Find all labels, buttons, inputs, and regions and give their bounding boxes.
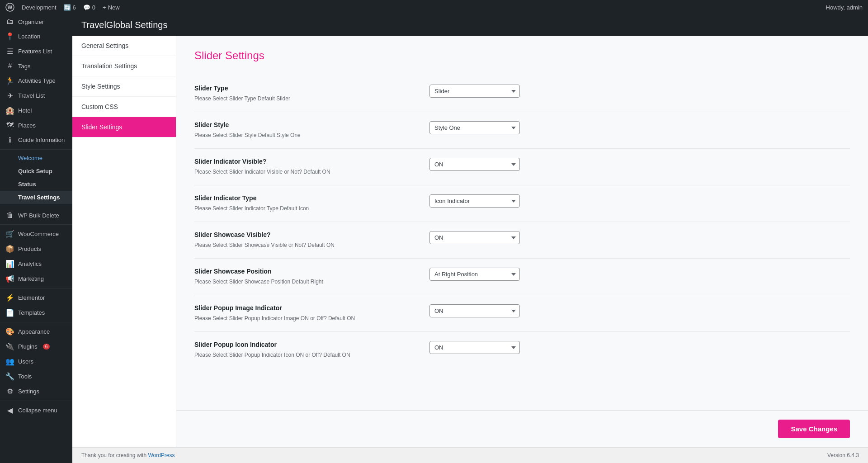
- sidebar-item-wp-bulk-delete[interactable]: 🗑 WP Bulk Delete: [0, 208, 72, 222]
- settings-wrapper: General Settings Translation Settings St…: [72, 36, 868, 447]
- appearance-icon: 🎨: [5, 327, 14, 336]
- slider-style-row: Slider Style Please Select Slider Style …: [194, 112, 850, 149]
- slider-indicator-visible-select[interactable]: ON OFF: [429, 158, 520, 171]
- sidebar-item-guide-information[interactable]: ℹ Guide Information: [0, 132, 72, 147]
- sidebar-divider-2: [0, 206, 72, 206]
- elementor-icon: ⚡: [5, 293, 14, 302]
- settings-content-wrapper: Slider Settings Slider Type Please Selec…: [176, 36, 868, 447]
- sidebar-item-welcome[interactable]: Welcome: [0, 151, 72, 165]
- slider-popup-image-desc: Please Select Slider Popup Indicator Ima…: [194, 314, 420, 322]
- wordpress-link[interactable]: WordPress: [148, 452, 175, 458]
- nav-slider-settings[interactable]: Slider Settings: [72, 117, 176, 137]
- nav-style-settings[interactable]: Style Settings: [72, 76, 176, 97]
- organizer-icon: 🗂: [5, 18, 14, 26]
- sidebar-divider-3: [0, 224, 72, 225]
- users-icon: 👥: [5, 357, 14, 366]
- slider-type-select[interactable]: Slider Revolution Slider Layer Slider: [429, 85, 520, 98]
- slider-indicator-type-control[interactable]: Icon Indicator Dot Indicator Number Indi…: [429, 194, 520, 208]
- slider-showcase-position-select[interactable]: At Right Position At Left Position At Bo…: [429, 268, 520, 281]
- sidebar-item-settings[interactable]: ⚙ Settings: [0, 384, 72, 399]
- save-bar: Save Changes: [176, 410, 868, 447]
- sidebar-item-hotel[interactable]: 🏨 Hotel: [0, 103, 72, 118]
- sidebar-item-activities-type[interactable]: 🏃 Activities Type: [0, 73, 72, 88]
- slider-indicator-type-info: Slider Indicator Type Please Select Slid…: [194, 194, 420, 213]
- sidebar-item-places[interactable]: 🗺 Places: [0, 118, 72, 132]
- slider-popup-image-select[interactable]: ON OFF: [429, 304, 520, 317]
- slider-popup-icon-control[interactable]: ON OFF: [429, 341, 520, 354]
- sidebar-item-quick-setup[interactable]: Quick Setup: [0, 165, 72, 178]
- sidebar-item-tags[interactable]: # Tags: [0, 59, 72, 73]
- slider-indicator-visible-control[interactable]: ON OFF: [429, 158, 520, 171]
- tags-icon: #: [5, 62, 14, 70]
- settings-icon: ⚙: [5, 387, 14, 396]
- slider-type-desc: Please Select Slider Type Default Slider: [194, 94, 420, 103]
- sidebar-item-products[interactable]: 📦 Products: [0, 241, 72, 256]
- sidebar-divider-5: [0, 322, 72, 322]
- slider-popup-icon-select[interactable]: ON OFF: [429, 341, 520, 354]
- sidebar-item-elementor[interactable]: ⚡ Elementor: [0, 290, 72, 305]
- templates-icon: 📄: [5, 308, 14, 317]
- comments-link[interactable]: 💬 0: [83, 4, 95, 11]
- sidebar-item-location[interactable]: 📍 Location: [0, 29, 72, 44]
- new-content-link[interactable]: + New: [103, 4, 120, 11]
- slider-indicator-visible-desc: Please Select Slider Indicator Visible o…: [194, 168, 420, 176]
- admin-bar: W Development 🔄 6 💬 0 + New Howdy, admin: [0, 0, 868, 14]
- slider-showcase-visible-control[interactable]: ON OFF: [429, 231, 520, 244]
- sidebar-item-marketing[interactable]: 📢 Marketing: [0, 271, 72, 286]
- sidebar-item-travel-list[interactable]: ✈ Travel List: [0, 88, 72, 103]
- hotel-icon: 🏨: [5, 106, 14, 115]
- features-list-icon: ☰: [5, 47, 14, 56]
- slider-type-control[interactable]: Slider Revolution Slider Layer Slider: [429, 85, 520, 98]
- svg-text:W: W: [8, 5, 13, 10]
- nav-custom-css[interactable]: Custom CSS: [72, 97, 176, 117]
- slider-showcase-position-row: Slider Showcase Position Please Select S…: [194, 259, 850, 295]
- slider-style-label: Slider Style: [194, 121, 420, 128]
- slider-type-label: Slider Type: [194, 85, 420, 92]
- slider-indicator-type-select[interactable]: Icon Indicator Dot Indicator Number Indi…: [429, 194, 520, 208]
- slider-style-info: Slider Style Please Select Slider Style …: [194, 121, 420, 139]
- guide-icon: ℹ: [5, 136, 14, 144]
- slider-indicator-visible-info: Slider Indicator Visible? Please Select …: [194, 158, 420, 176]
- bulk-delete-icon: 🗑: [5, 211, 14, 219]
- sidebar-item-tools[interactable]: 🔧 Tools: [0, 369, 72, 384]
- sidebar: 🗂 Organizer 📍 Location ☰ Features List #…: [0, 14, 72, 463]
- slider-style-select[interactable]: Style One Style Two Style Three: [429, 121, 520, 134]
- howdy-user[interactable]: Howdy, admin: [826, 4, 863, 11]
- save-changes-button[interactable]: Save Changes: [778, 420, 850, 438]
- activities-icon: 🏃: [5, 76, 14, 85]
- updates-link[interactable]: 🔄 6: [64, 4, 76, 11]
- slider-popup-image-control[interactable]: ON OFF: [429, 304, 520, 317]
- slider-showcase-visible-label: Slider Showcase Visible?: [194, 231, 420, 238]
- nav-translation-settings[interactable]: Translation Settings: [72, 56, 176, 76]
- footer-text: Thank you for creating with WordPress: [81, 452, 175, 458]
- settings-nav: General Settings Translation Settings St…: [72, 36, 176, 447]
- sidebar-item-collapse-menu[interactable]: ◀ Collapse menu: [0, 403, 72, 418]
- main-content: TravelGlobal Settings General Settings T…: [72, 14, 868, 463]
- slider-indicator-type-desc: Please Select Slider Indicator Type Defa…: [194, 204, 420, 213]
- sidebar-item-travel-settings[interactable]: Travel Settings: [0, 191, 72, 204]
- sidebar-item-analytics[interactable]: 📊 Analytics: [0, 256, 72, 271]
- slider-showcase-position-control[interactable]: At Right Position At Left Position At Bo…: [429, 268, 520, 281]
- location-icon: 📍: [5, 32, 14, 41]
- section-title: Slider Settings: [194, 49, 850, 62]
- sidebar-item-woocommerce[interactable]: 🛒 WooCommerce: [0, 227, 72, 241]
- nav-general-settings[interactable]: General Settings: [72, 36, 176, 56]
- sidebar-item-features-list[interactable]: ☰ Features List: [0, 44, 72, 59]
- slider-showcase-visible-select[interactable]: ON OFF: [429, 231, 520, 244]
- slider-style-control[interactable]: Style One Style Two Style Three: [429, 121, 520, 134]
- site-name-link[interactable]: Development: [22, 4, 57, 11]
- page-title: TravelGlobal Settings: [81, 20, 167, 30]
- sidebar-item-users[interactable]: 👥 Users: [0, 354, 72, 369]
- marketing-icon: 📢: [5, 274, 14, 283]
- sidebar-item-appearance[interactable]: 🎨 Appearance: [0, 324, 72, 339]
- sidebar-item-templates[interactable]: 📄 Templates: [0, 305, 72, 320]
- wp-logo-link[interactable]: W: [5, 3, 14, 12]
- sidebar-divider-4: [0, 288, 72, 288]
- plugins-icon: 🔌: [5, 342, 14, 351]
- sidebar-item-status[interactable]: Status: [0, 178, 72, 191]
- sidebar-divider-6: [0, 401, 72, 401]
- sidebar-item-organizer[interactable]: 🗂 Organizer: [0, 14, 72, 29]
- sidebar-item-plugins[interactable]: 🔌 Plugins 6: [0, 339, 72, 354]
- slider-popup-image-info: Slider Popup Image Indicator Please Sele…: [194, 304, 420, 322]
- collapse-icon: ◀: [5, 406, 14, 415]
